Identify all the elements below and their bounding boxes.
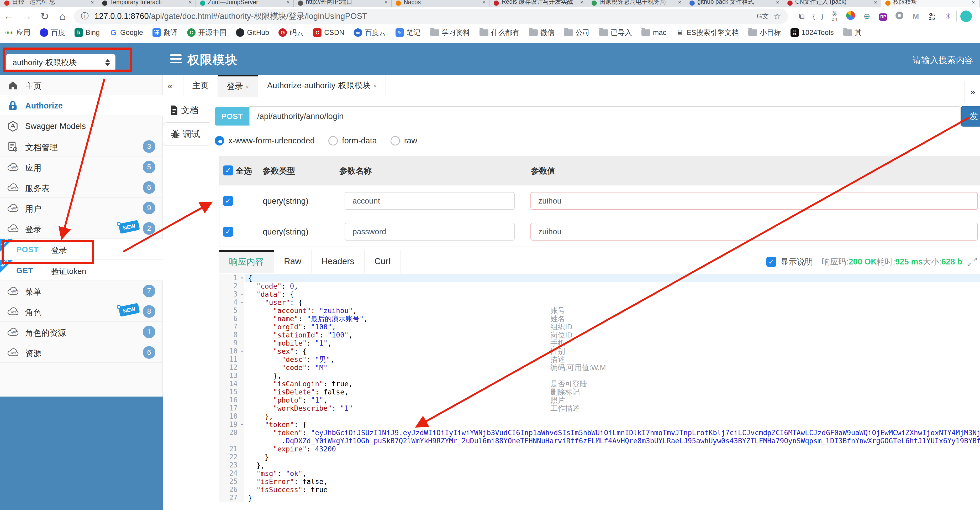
sidebar-item-角色的资源[interactable]: API角色的资源1 (0, 322, 163, 342)
tab-close-icon[interactable]: × (246, 84, 249, 90)
bookmark-item[interactable]: GitHub (236, 29, 269, 37)
radio-icon[interactable] (328, 136, 338, 145)
param-value-input[interactable] (530, 192, 978, 210)
view-tab-调试[interactable]: 调试 (163, 123, 210, 146)
profile-avatar[interactable] (960, 11, 972, 22)
response-code-editor[interactable]: 1▾23▾4▾5678910▾111213141516171819▾202122… (219, 274, 980, 502)
translate-icon[interactable]: G文 (757, 11, 769, 21)
sidebar-item-应用[interactable]: API应用5 (0, 157, 163, 177)
back-icon[interactable]: ← (0, 10, 18, 22)
radio-icon[interactable] (215, 136, 224, 145)
api-group-select[interactable]: authority-权限模块 (6, 54, 116, 71)
globe-extension-icon[interactable]: ⊕ (859, 12, 875, 20)
browser-tab[interactable]: Temporary Interacti× (98, 0, 196, 7)
tabs-more-icon[interactable]: » (964, 81, 975, 103)
tab-close-icon[interactable]: × (188, 0, 192, 6)
response-tab-Headers[interactable]: Headers (312, 250, 364, 273)
param-name-input[interactable] (345, 223, 515, 241)
sidebar-item-文档管理[interactable]: 文档管理3 (0, 136, 163, 157)
bookmark-item[interactable]: bBing (75, 29, 100, 37)
tab-close-icon[interactable]: × (91, 0, 94, 6)
tab-close-icon[interactable]: × (776, 0, 779, 6)
shield-extension-icon[interactable]: M (908, 12, 924, 20)
send-button[interactable]: 发送 (961, 106, 980, 127)
response-tab-Raw[interactable]: Raw (274, 250, 312, 273)
screenshot-extension-icon[interactable]: ⧉ (794, 12, 810, 20)
bookmark-item[interactable]: 微信 (529, 28, 555, 37)
search-input[interactable]: 请输入搜索内容 (913, 54, 973, 66)
sidebar-item-用户[interactable]: API用户9 (0, 198, 163, 218)
home-icon[interactable]: ⌂ (54, 10, 72, 22)
bookmark-item[interactable]: 小目标 (748, 28, 781, 37)
content-type-option[interactable]: form-data (328, 136, 377, 145)
bookmark-item[interactable]: 已导入 (599, 28, 632, 37)
open-doc-tab-登录[interactable]: 登录× (218, 75, 258, 97)
open-doc-tab-Authorize-authority-权限模块[interactable]: Authorize-authority-权限模块× (258, 75, 386, 97)
english-extension-icon[interactable]: 英en (826, 11, 843, 22)
bookmark-item[interactable]: G码云 (278, 28, 304, 37)
sidebar-item-主页[interactable]: 主页 (0, 75, 163, 95)
bookmark-item[interactable]: GGoogle (109, 29, 143, 37)
tab-close-icon[interactable]: × (482, 0, 485, 6)
open-doc-tab-主页[interactable]: 主页 (183, 75, 218, 97)
bookmark-item[interactable]: 应用 (5, 28, 30, 37)
endpoint-path-input[interactable] (249, 106, 961, 126)
chrome-extension-icon[interactable] (843, 11, 859, 21)
menu-icon[interactable] (170, 54, 181, 64)
bookmark-star-icon[interactable]: ☆ (773, 11, 781, 22)
bookmark-item[interactable]: ✎笔记 (396, 28, 421, 37)
tab-close-icon[interactable]: × (384, 0, 388, 6)
forward-icon[interactable]: → (18, 10, 36, 22)
bookmark-item[interactable]: ∞百度云 (354, 28, 386, 37)
response-tab-响应内容[interactable]: 响应内容 (219, 250, 274, 273)
browser-tab[interactable]: http://外网IP:端口× (294, 0, 391, 7)
browser-tab[interactable]: Nacos× (391, 0, 490, 7)
fullscreen-icon[interactable]: ↗↙ (967, 257, 977, 267)
select-all-checkbox[interactable]: ✓ (223, 166, 233, 175)
show-description-checkbox[interactable]: ✓ (766, 257, 776, 267)
browser-tab[interactable]: Redis 缓存设计与开发实战× (490, 0, 587, 7)
sidebar-item-资源[interactable]: API资源6 (0, 342, 163, 363)
browser-tab[interactable]: CN文件迁入 (pack)× (783, 0, 881, 7)
bookmark-item[interactable]: CCSDN (313, 29, 344, 37)
address-bar[interactable]: ⓘ 127.0.0.1:8760/api/gate/doc.html#/auth… (74, 9, 788, 24)
reload-icon[interactable]: ↻ (36, 10, 54, 22)
content-type-option[interactable]: raw (391, 136, 417, 145)
pinwheel-extension-icon[interactable]: ✳ (940, 12, 956, 20)
radio-icon[interactable] (391, 136, 400, 145)
browser-tab[interactable]: 日报 - 运营/汇总× (0, 0, 98, 7)
tab-close-icon[interactable]: × (972, 0, 975, 6)
sidebar-item-登录[interactable]: API登录NEW2 (0, 218, 163, 239)
sidebar-item-Swagger Models[interactable]: Swagger Models (0, 116, 163, 136)
browser-tab[interactable]: 权限模块× (881, 0, 979, 7)
browser-tab[interactable]: github pack 文件格式× (685, 0, 783, 7)
sidebar-item-菜单[interactable]: API菜单7 (0, 281, 163, 301)
content-type-option[interactable]: x-www-form-urlencoded (215, 136, 315, 145)
browser-tab[interactable]: 国家税务总局电子税务局× (587, 0, 685, 7)
response-tab-Curl[interactable]: Curl (364, 250, 401, 273)
rp-extension-icon[interactable]: RP (875, 12, 891, 21)
sidebar-item-角色[interactable]: API角色NEW8 (0, 301, 163, 322)
bookmark-item[interactable]: C开源中国 (187, 28, 226, 37)
bookmark-item[interactable]: mac (641, 29, 667, 37)
bookmark-item[interactable]: 译翻译 (153, 28, 178, 37)
bookmark-item[interactable]: 学习资料 (430, 28, 470, 37)
tabs-collapse-icon[interactable]: « (167, 81, 172, 91)
param-name-input[interactable] (345, 192, 515, 210)
json-extension-icon[interactable]: {…} (810, 13, 826, 19)
tab-close-icon[interactable]: × (580, 0, 584, 6)
ring-extension-icon[interactable] (891, 11, 908, 21)
sidebar-endpoint-验证token[interactable]: NEWGET验证token (0, 260, 163, 281)
browser-tab[interactable]: Zuul—JumpServer× (196, 0, 294, 7)
tab-close-icon[interactable]: × (678, 0, 681, 6)
bookmark-item[interactable]: 什么都有 (479, 28, 519, 37)
view-tab-文档[interactable]: 文档 (163, 99, 209, 123)
tab-close-icon[interactable]: × (874, 0, 877, 6)
tab-close-icon[interactable]: × (373, 83, 377, 89)
row-checkbox[interactable]: ✓ (223, 226, 233, 237)
bookmark-item[interactable]: 百度 (40, 28, 65, 37)
browser-tab-strip[interactable]: 日报 - 运营/汇总×Temporary Interacti×Zuul—Jump… (0, 0, 980, 7)
bookmark-item[interactable]: 10241024Tools (791, 29, 834, 37)
bookmark-item[interactable]: 其 (843, 28, 862, 37)
gitzip-extension-icon[interactable]: GitZip (924, 12, 940, 20)
